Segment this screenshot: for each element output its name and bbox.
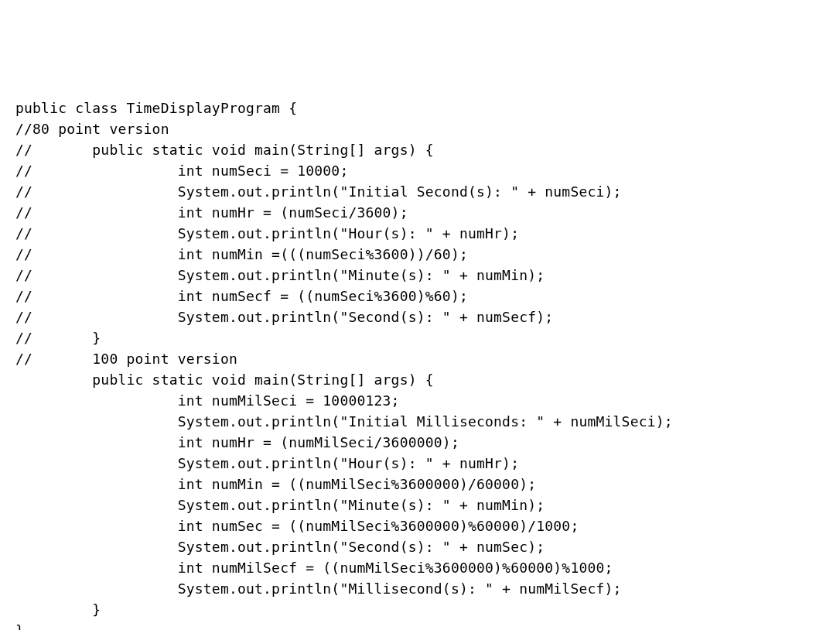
code-line: System.out.println("Hour(s): " + numHr); [15,453,825,474]
code-line: // System.out.println("Second(s): " + nu… [15,306,825,327]
code-line: // System.out.println("Hour(s): " + numH… [15,223,825,244]
code-line: System.out.println("Second(s): " + numSe… [15,536,825,557]
code-line: //80 point version [15,118,825,139]
code-line: System.out.println("Initial Milliseconds… [15,411,825,432]
code-line: // System.out.println("Initial Second(s)… [15,181,825,202]
code-line: public class TimeDisplayProgram { [15,98,825,118]
code-line: // public static void main(String[] args… [15,139,825,160]
code-line: } [15,620,825,630]
code-line: System.out.println("Minute(s): " + numMi… [15,495,825,515]
code-line: // System.out.println("Minute(s): " + nu… [15,265,825,286]
code-line: // int numMin =(((numSeci%3600))/60); [15,244,825,265]
code-line: // int numSecf = ((numSeci%3600)%60); [15,286,825,306]
code-line: // int numHr = (numSeci/3600); [15,202,825,223]
code-line: int numMin = ((numMilSeci%3600000)/60000… [15,474,825,495]
code-line: int numSec = ((numMilSeci%3600000)%60000… [15,515,825,536]
code-line: int numHr = (numMilSeci/3600000); [15,432,825,453]
code-line: int numMilSecf = ((numMilSeci%3600000)%6… [15,557,825,578]
code-line: // 100 point version [15,348,825,369]
code-line: } [15,599,825,620]
code-line: // } [15,327,825,348]
code-line: int numMilSeci = 10000123; [15,390,825,411]
code-block: public class TimeDisplayProgram {//80 po… [15,98,825,630]
code-line: // int numSeci = 10000; [15,160,825,181]
code-line: public static void main(String[] args) { [15,369,825,390]
code-line: System.out.println("Millisecond(s): " + … [15,578,825,599]
